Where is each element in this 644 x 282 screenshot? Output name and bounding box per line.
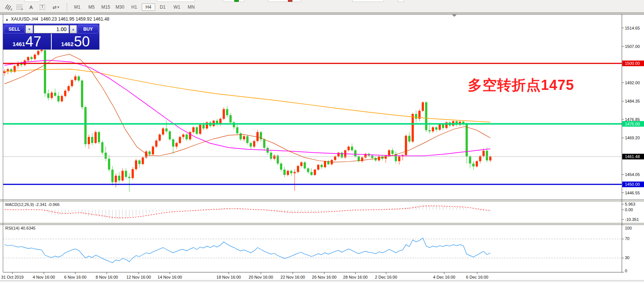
svg-text:30: 30	[625, 255, 629, 260]
volume-up-button[interactable]: ▴	[70, 25, 77, 33]
svg-text:12 Nov 16:00: 12 Nov 16:00	[126, 275, 151, 279]
svg-text:1454.05: 1454.05	[625, 172, 640, 177]
svg-text:2 Dec 16:00: 2 Dec 16:00	[375, 275, 397, 279]
svg-text:-10.351: -10.351	[625, 217, 639, 222]
svg-text:4 Dec 16:00: 4 Dec 16:00	[433, 275, 455, 279]
svg-text:28 Nov 16:00: 28 Nov 16:00	[343, 275, 367, 279]
moving-averages-layer	[4, 54, 490, 162]
svg-text:0: 0	[625, 269, 627, 273]
svg-text:1507.00: 1507.00	[625, 44, 640, 49]
window-bottom-edge	[0, 280, 644, 282]
indicator-panels-layer	[3, 204, 622, 263]
svg-text:1492.00: 1492.00	[625, 81, 640, 85]
svg-text:1446.55: 1446.55	[625, 191, 640, 195]
svg-text:14 Nov 16:00: 14 Nov 16:00	[157, 275, 182, 279]
svg-text:1450.00: 1450.00	[625, 182, 640, 187]
sell-price-main: 1461	[12, 41, 25, 47]
sell-price-display[interactable]: 1461 47	[3, 34, 51, 49]
svg-text:31 Oct 2019: 31 Oct 2019	[1, 275, 24, 279]
svg-text:0.00: 0.00	[625, 207, 633, 212]
symbol-collapse-icon[interactable]: ▲	[5, 18, 9, 21]
one-click-trading-panel: SELL ▾ ▴ BUY 1461 47 1462 50	[3, 24, 99, 49]
svg-text:6 Dec 16:00: 6 Dec 16:00	[466, 275, 488, 279]
ma-fast[interactable]	[4, 54, 490, 162]
candles-layer	[3, 46, 491, 192]
svg-text:1469.20: 1469.20	[625, 136, 640, 140]
svg-text:1461.48: 1461.48	[625, 154, 640, 159]
svg-text:22 Nov 16:00: 22 Nov 16:00	[280, 275, 305, 279]
chart-ohlc-header: ▲XAUUSD-,H4 1460.23 1461.95 1459.92 1461…	[5, 16, 109, 22]
svg-text:1484.35: 1484.35	[625, 99, 640, 103]
symbol-label: XAUUSD-,H4	[11, 16, 38, 22]
buy-price-main: 1462	[61, 41, 73, 47]
time-axis[interactable]: 31 Oct 20194 Nov 16:006 Nov 16:008 Nov 1…	[1, 272, 488, 279]
sell-price-pips: 47	[25, 34, 41, 49]
svg-text:1476.85: 1476.85	[625, 117, 640, 122]
ohlc-values: 1460.23 1461.95 1459.92 1461.48	[40, 16, 109, 22]
buy-price-display[interactable]: 1462 50	[51, 34, 100, 49]
panel-borders	[0, 14, 644, 272]
mt4-terminal: { "toolbar": { "icons": [ {"name": "indi…	[0, 0, 644, 282]
buy-button[interactable]: BUY	[78, 25, 99, 33]
price-axis[interactable]: 1514.651507.001492.001484.351476.851469.…	[622, 26, 644, 273]
svg-text:1500.00: 1500.00	[625, 61, 640, 66]
sell-button[interactable]: SELL	[4, 25, 25, 33]
svg-text:6 Nov 16:00: 6 Nov 16:00	[64, 275, 86, 279]
volume-down-button[interactable]: ▾	[25, 25, 33, 33]
svg-text:18 Nov 16:00: 18 Nov 16:00	[216, 275, 241, 279]
ma-slow[interactable]	[4, 69, 490, 122]
buy-price-pips: 50	[74, 34, 90, 49]
chart-text-annotation[interactable]: 多空转折点1475	[468, 76, 574, 95]
svg-text:1475.00: 1475.00	[625, 122, 640, 126]
svg-text:4 Nov 16:00: 4 Nov 16:00	[33, 275, 55, 279]
svg-text:5.963: 5.963	[625, 202, 635, 206]
svg-text:8 Nov 16:00: 8 Nov 16:00	[96, 275, 118, 279]
svg-text:100: 100	[625, 226, 632, 230]
rsi-indicator-label: RSI(14) 40.6345	[5, 226, 36, 230]
volume-input[interactable]	[34, 25, 69, 33]
macd-indicator-label: MACD(12,26,9) -2.341 -0.966	[5, 202, 60, 207]
scroll-marker-icon	[452, 15, 457, 17]
svg-text:26 Nov 16:00: 26 Nov 16:00	[312, 275, 336, 279]
svg-text:1514.65: 1514.65	[625, 26, 640, 30]
svg-text:70: 70	[625, 236, 629, 241]
svg-text:20 Nov 16:00: 20 Nov 16:00	[249, 275, 273, 279]
